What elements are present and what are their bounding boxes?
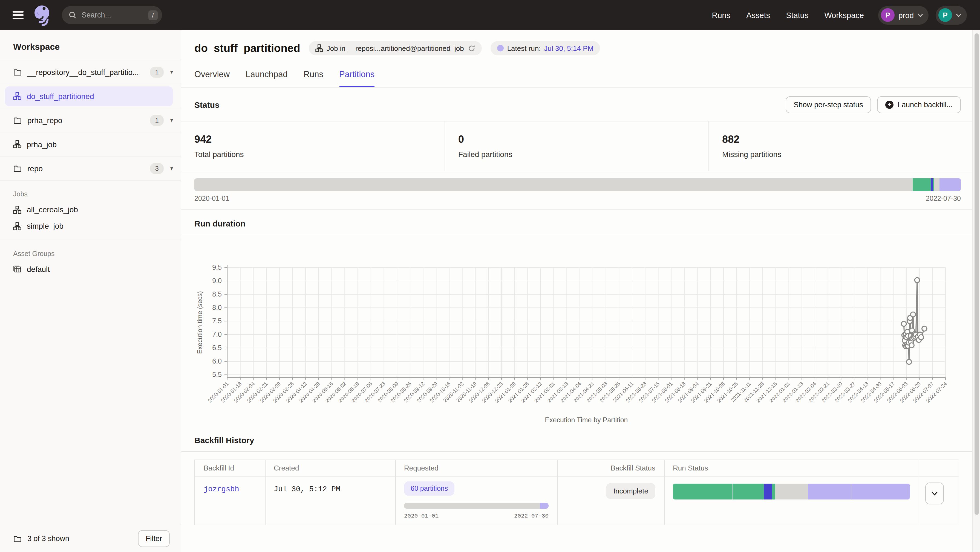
folder-icon bbox=[13, 164, 22, 173]
tab-partitions[interactable]: Partitions bbox=[339, 70, 374, 87]
svg-text:7.0: 7.0 bbox=[212, 330, 222, 338]
search-icon bbox=[68, 11, 76, 19]
tab-overview[interactable]: Overview bbox=[194, 70, 230, 87]
asset-groups-section-heading: Asset Groups bbox=[0, 240, 181, 261]
job-label: all_cereals_job bbox=[27, 205, 78, 214]
status-section-title: Status bbox=[194, 100, 220, 109]
search-placeholder: Search... bbox=[81, 11, 148, 19]
svg-text:6.5: 6.5 bbox=[212, 344, 222, 352]
menu-icon[interactable] bbox=[13, 11, 24, 19]
sidebar-item-label: prha_repo bbox=[27, 116, 150, 124]
dagster-logo-icon[interactable] bbox=[32, 4, 52, 26]
column-header-run-status: Run Status bbox=[664, 464, 919, 472]
execution-time-chart[interactable]: 2020-01-012020-01-182020-02-042020-02-21… bbox=[194, 235, 961, 428]
folder-icon bbox=[13, 534, 22, 543]
sidebar-item-repo[interactable]: repo 3 ▾ bbox=[0, 157, 181, 181]
partition-status-bar[interactable] bbox=[194, 178, 961, 191]
run-status-bar[interactable] bbox=[673, 484, 910, 500]
latest-run-tag: Latest run: Jul 30, 5:14 PM bbox=[491, 41, 600, 55]
sidebar-asset-group-default[interactable]: default bbox=[0, 261, 181, 278]
topbar: Search... / RunsAssetsStatusWorkspace P … bbox=[0, 0, 980, 30]
requested-partitions-pill[interactable]: 60 partitions bbox=[404, 481, 454, 496]
svg-text:9.0: 9.0 bbox=[212, 277, 222, 284]
launch-backfill-label: Launch backfill... bbox=[897, 101, 953, 109]
window-scrollbar[interactable] bbox=[972, 30, 980, 552]
deployment-switcher[interactable]: P prod bbox=[878, 6, 929, 24]
job-icon bbox=[13, 140, 21, 148]
job-icon bbox=[13, 222, 21, 230]
page-title: do_stuff_partitioned bbox=[194, 42, 300, 54]
column-header-backfill-status: Backfill Status bbox=[557, 464, 664, 472]
backfill-history-table: Backfill Id Created Requested Backfill S… bbox=[194, 460, 959, 525]
deployment-avatar: P bbox=[881, 8, 894, 22]
sidebar-job-simple-job[interactable]: simple_job bbox=[0, 218, 181, 234]
job-icon bbox=[316, 44, 323, 52]
partition-range-start: 2020-01-01 bbox=[194, 195, 229, 202]
search-input[interactable]: Search... / bbox=[62, 6, 162, 24]
backfill-id-link[interactable]: jozrgsbh bbox=[204, 476, 256, 493]
backfill-created-time: Jul 30, 5:12 PM bbox=[274, 476, 387, 493]
scrollbar-thumb[interactable] bbox=[974, 33, 978, 515]
user-menu[interactable]: P bbox=[935, 6, 967, 24]
partition-stats: 942 Total partitions 0 Failed partitions… bbox=[181, 121, 972, 171]
bar-segment-lavender bbox=[808, 484, 851, 500]
stat-total-partitions: 942 Total partitions bbox=[181, 121, 445, 171]
table-header-row: Backfill Id Created Requested Backfill S… bbox=[195, 460, 959, 476]
run-status-dot-icon bbox=[497, 45, 504, 51]
chevron-down-icon bbox=[931, 491, 938, 496]
stat-value: 882 bbox=[722, 133, 972, 146]
job-origin-tag[interactable]: Job in __reposi...artitioned@partitioned… bbox=[309, 41, 482, 55]
sidebar-item-prha-repo[interactable]: prha_repo 1 ▾ bbox=[0, 108, 181, 132]
status-header-row: Status Show per-step status + Launch bac… bbox=[181, 87, 972, 121]
nav-link-workspace[interactable]: Workspace bbox=[824, 11, 864, 19]
bar-segment-lavender bbox=[940, 178, 961, 191]
bar-segment-indigo bbox=[931, 178, 933, 191]
plus-circle-icon: + bbox=[886, 101, 894, 109]
sidebar-item-label: do_stuff_partitioned bbox=[27, 92, 173, 100]
item-count-badge: 1 bbox=[150, 114, 164, 125]
dagster-app: Search... / RunsAssetsStatusWorkspace P … bbox=[0, 0, 980, 552]
topnav-links: RunsAssetsStatusWorkspace bbox=[712, 11, 864, 19]
page-tabs: OverviewLaunchpadRunsPartitions bbox=[181, 70, 972, 87]
show-per-step-status-button[interactable]: Show per-step status bbox=[785, 96, 871, 113]
nav-link-status[interactable]: Status bbox=[786, 11, 808, 19]
svg-text:Execution Time by Partition: Execution Time by Partition bbox=[545, 416, 628, 424]
latest-run-label: Latest run: bbox=[507, 44, 541, 52]
expand-caret-icon[interactable]: ▾ bbox=[170, 165, 173, 171]
tab-runs[interactable]: Runs bbox=[304, 70, 323, 87]
filter-button[interactable]: Filter bbox=[138, 530, 170, 547]
expand-caret-icon[interactable]: ▾ bbox=[170, 69, 173, 75]
run-duration-chart: 2020-01-012020-01-182020-02-042020-02-21… bbox=[181, 235, 972, 428]
svg-text:Execution time (secs): Execution time (secs) bbox=[196, 291, 204, 354]
tab-launchpad[interactable]: Launchpad bbox=[245, 70, 288, 87]
nav-link-runs[interactable]: Runs bbox=[712, 11, 730, 19]
expand-caret-icon[interactable]: ▾ bbox=[170, 117, 173, 123]
stat-failed-partitions: 0 Failed partitions bbox=[445, 121, 708, 171]
stat-label: Total partitions bbox=[194, 150, 445, 159]
nav-link-assets[interactable]: Assets bbox=[746, 11, 770, 19]
latest-run-time-link[interactable]: Jul 30, 5:14 PM bbox=[544, 44, 594, 52]
requested-range-start: 2020-01-01 bbox=[404, 512, 439, 519]
backfill-status-badge: Incomplete bbox=[606, 483, 655, 499]
sidebar-item-prha-job[interactable]: prha_job bbox=[0, 132, 181, 157]
asset-group-label: default bbox=[27, 265, 50, 274]
bar-segment-gray bbox=[775, 484, 808, 500]
row-actions-button[interactable] bbox=[925, 482, 944, 504]
sidebar-item-repository-do-stuff[interactable]: __repository__do_stuff_partitio... 1 ▾ bbox=[0, 60, 181, 84]
divider bbox=[181, 451, 972, 452]
launch-backfill-button[interactable]: + Launch backfill... bbox=[877, 96, 961, 113]
sidebar-item-do-stuff-partitioned[interactable]: do_stuff_partitioned bbox=[0, 84, 181, 108]
stat-label: Missing partitions bbox=[722, 150, 972, 159]
deployment-name: prod bbox=[899, 11, 914, 19]
stat-missing-partitions: 882 Missing partitions bbox=[708, 121, 972, 171]
sidebar-footer: 3 of 3 shown Filter bbox=[0, 525, 181, 552]
workspace-sidebar: Workspace __repository__do_stuff_partiti… bbox=[0, 30, 181, 552]
refresh-icon[interactable] bbox=[468, 44, 476, 52]
asset-group-icon bbox=[13, 265, 21, 273]
bar-segment-indigo bbox=[764, 484, 772, 500]
requested-range-end: 2022-07-30 bbox=[514, 512, 549, 519]
bar-segment-green bbox=[933, 178, 934, 191]
bar-segment-green bbox=[772, 484, 775, 500]
page-header: do_stuff_partitioned Job in __reposi...a… bbox=[181, 30, 972, 55]
sidebar-job-all-cereals[interactable]: all_cereals_job bbox=[0, 201, 181, 218]
